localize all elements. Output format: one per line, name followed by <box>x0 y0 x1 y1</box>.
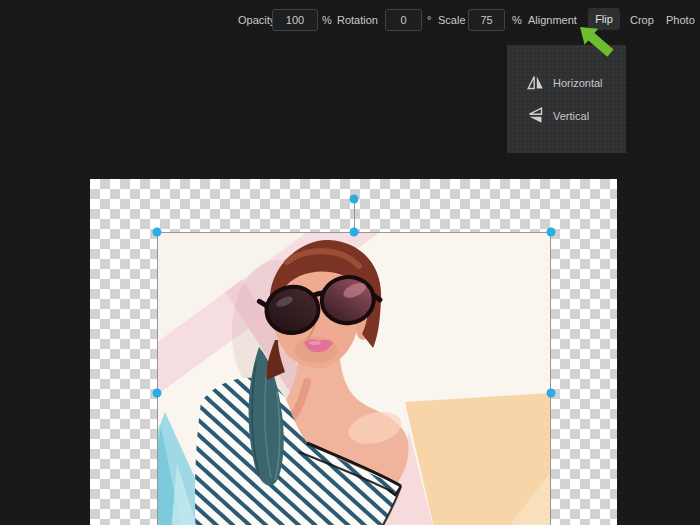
scale-label: Scale <box>438 14 466 26</box>
rotation-handle[interactable] <box>350 195 359 204</box>
flip-vertical-menu-item[interactable]: Vertical <box>507 99 626 132</box>
flip-dropdown-menu: Horizontal Vertical <box>507 45 626 153</box>
rotation-input[interactable] <box>385 9 422 31</box>
rotation-unit: ° <box>427 14 431 26</box>
selected-photo[interactable] <box>157 232 551 525</box>
photo-menu-button[interactable]: Photo <box>666 14 695 26</box>
flip-vertical-label: Vertical <box>553 110 589 122</box>
alignment-menu-button[interactable]: Alignment <box>528 14 577 26</box>
flip-horizontal-menu-item[interactable]: Horizontal <box>507 66 626 99</box>
scale-input[interactable] <box>468 9 505 31</box>
toolbar: Opacity % Rotation ° Scale % Alignment F… <box>0 0 700 40</box>
flip-horizontal-label: Horizontal <box>553 77 603 89</box>
opacity-label: Opacity <box>238 14 275 26</box>
resize-handle-top-left[interactable] <box>153 228 162 237</box>
flip-horizontal-icon <box>527 74 544 91</box>
opacity-unit: % <box>322 14 332 26</box>
scale-unit: % <box>512 14 522 26</box>
photo-editor-app: { "toolbar": { "opacity": { "label": "Op… <box>0 0 700 525</box>
rotation-label: Rotation <box>337 14 378 26</box>
artboard-canvas[interactable] <box>90 179 617 525</box>
crop-button[interactable]: Crop <box>630 14 654 26</box>
resize-handle-middle-right[interactable] <box>547 389 556 398</box>
resize-handle-middle-left[interactable] <box>153 389 162 398</box>
resize-handle-top-right[interactable] <box>547 228 556 237</box>
opacity-input[interactable] <box>272 9 318 31</box>
flip-menu-button[interactable]: Flip <box>588 8 620 30</box>
flip-vertical-icon <box>527 107 544 124</box>
resize-handle-top-center[interactable] <box>350 228 359 237</box>
